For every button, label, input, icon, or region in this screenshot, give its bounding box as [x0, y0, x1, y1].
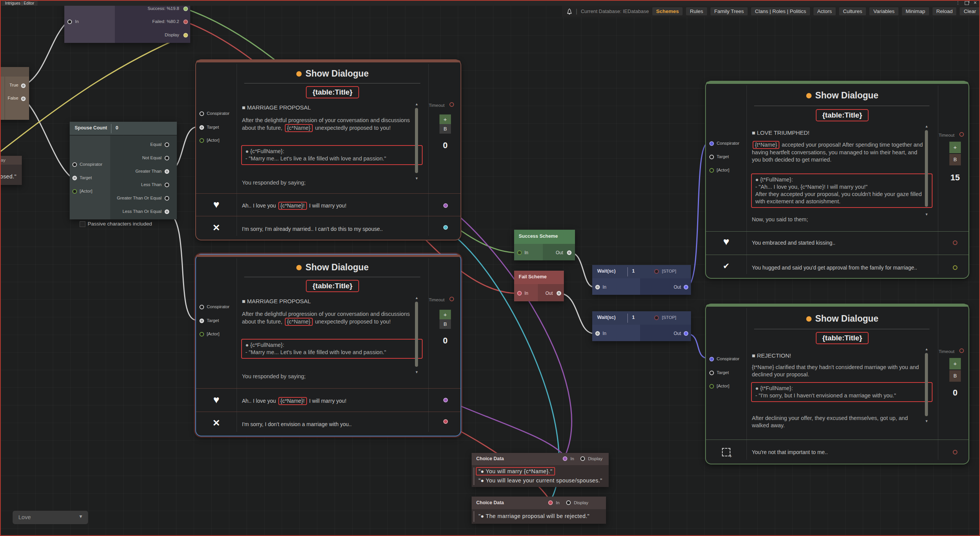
success-scheme-node[interactable]: Success Scheme In Out [514, 230, 575, 260]
clipped-choice-node[interactable]: ay osed." [0, 156, 22, 185]
dialogue-body[interactable]: After the delightful progression of your… [242, 310, 415, 326]
failed-port[interactable] [183, 20, 188, 24]
choice-reject-port[interactable] [443, 419, 448, 424]
scroll-up-icon[interactable]: ▲ [925, 124, 928, 128]
spouse-lte-port[interactable] [165, 209, 169, 214]
timeout-port[interactable] [449, 297, 454, 301]
fail-out-port[interactable] [557, 291, 561, 296]
b-button[interactable]: B [949, 154, 961, 165]
choice-dismiss-port[interactable] [953, 450, 957, 454]
spouse-gte-port[interactable] [165, 196, 169, 201]
table-title-field[interactable]: {table:Title} [237, 86, 428, 98]
show-dialogue-node-4[interactable]: Show Dialogue {table:Title} ■ REJECTION!… [705, 304, 969, 464]
spouse-actor-port[interactable] [72, 189, 77, 194]
display-port[interactable] [183, 33, 188, 38]
conspirator-port[interactable] [199, 111, 204, 116]
dialogue-body[interactable]: {t*Name} clarified that they hadn't cons… [752, 364, 925, 378]
scroll-down-icon[interactable]: ▼ [415, 176, 418, 180]
choice-reject-port[interactable] [443, 225, 448, 230]
add-choice-button[interactable]: + [949, 142, 961, 153]
wait-out-port[interactable] [684, 331, 688, 336]
scrollbar-thumb[interactable] [925, 130, 928, 207]
add-choice-button[interactable]: + [439, 310, 451, 319]
target-port[interactable] [709, 155, 714, 159]
window-close-icon[interactable]: ✕ [973, 0, 977, 5]
choice-love-port[interactable] [443, 398, 448, 402]
choice-data-node-2[interactable]: Choice Data In Display "● The marriage p… [472, 497, 606, 524]
toolbar-button-variables[interactable]: Variables [869, 7, 898, 15]
spouse-greater-than-port[interactable] [165, 169, 169, 174]
stop-port[interactable] [654, 269, 659, 274]
spouse-count-value[interactable]: 0 [116, 125, 118, 131]
tab-intrigues-editor[interactable]: Intrigues | Editor [2, 0, 38, 6]
toolbar-button-cultures[interactable]: Cultures [839, 7, 866, 15]
timeout-value[interactable]: 0 [439, 141, 451, 150]
toolbar-button-clans-roles-politics[interactable]: Clans | Roles | Politics [751, 7, 810, 15]
b-button[interactable]: B [439, 319, 451, 329]
toolbar-button-family-trees[interactable]: Family Trees [710, 7, 748, 15]
scrollbar-thumb[interactable] [925, 353, 928, 416]
window-restore-icon[interactable] [965, 1, 969, 5]
dialogue-body[interactable]: After the delightful progression of your… [242, 117, 415, 132]
target-port[interactable] [709, 371, 714, 375]
scroll-up-icon[interactable]: ▲ [925, 347, 928, 351]
actor-port[interactable] [199, 332, 204, 337]
spouse-target-port[interactable] [72, 176, 77, 180]
scroll-down-icon[interactable]: ▼ [925, 212, 928, 216]
choice-data-node-1[interactable]: Choice Data In Display "● You will marry… [472, 453, 609, 487]
graph-editor-canvas[interactable]: In Success: %19.8 Failed: %80.2 Display … [0, 0, 980, 536]
choice-data-display-port[interactable] [580, 456, 585, 461]
show-dialogue-node-2[interactable]: Show Dialogue {table:Title} ■ MARRIAGE P… [195, 254, 461, 436]
scrollbar-thumb[interactable] [415, 108, 418, 173]
choice-data-display-port[interactable] [566, 500, 571, 505]
choice-data-in-port[interactable] [548, 500, 553, 505]
target-port[interactable] [199, 319, 204, 323]
actor-port[interactable] [199, 138, 204, 143]
table-title-field[interactable]: {table:Title} [746, 332, 938, 344]
condition-node[interactable]: True False [0, 67, 29, 120]
show-dialogue-node-1[interactable]: Show Dialogue {table:Title} ■ MARRIAGE P… [195, 59, 461, 240]
scrollbar-thumb[interactable] [415, 302, 418, 367]
spouse-less-than-port[interactable] [165, 183, 169, 187]
spouse-count-node[interactable]: Spouse Count 0 Conspirator Target [Actor… [70, 122, 177, 219]
dialogue-body[interactable]: {t*Name} accepted your proposal! After s… [752, 141, 925, 163]
add-choice-button[interactable]: + [949, 358, 961, 369]
stop-port[interactable] [654, 315, 659, 320]
table-title-field[interactable]: {table:Title} [237, 280, 428, 292]
passive-characters-checkbox[interactable] [80, 221, 85, 227]
conspirator-port[interactable] [199, 305, 204, 309]
window-menu-icon[interactable]: ⋮ [956, 0, 960, 5]
spouse-equal-port[interactable] [165, 142, 169, 147]
timeout-port[interactable] [449, 102, 454, 107]
success-in-port[interactable] [517, 250, 522, 255]
timeout-value[interactable]: 0 [439, 336, 451, 346]
table-title-field[interactable]: {table:Title} [746, 109, 938, 121]
show-dialogue-node-3[interactable]: Show Dialogue {table:Title} ■ LOVE TRIUM… [705, 81, 969, 279]
success-port[interactable] [183, 7, 188, 11]
toolbar-button-rules[interactable]: Rules [686, 7, 707, 15]
scroll-up-icon[interactable]: ▲ [415, 296, 418, 300]
timeout-port[interactable] [959, 348, 964, 353]
bell-icon[interactable] [567, 8, 572, 15]
conspirator-port[interactable] [709, 357, 714, 361]
actor-port[interactable] [709, 168, 714, 173]
timeout-value[interactable]: 0 [949, 388, 961, 398]
in-port[interactable] [67, 20, 72, 24]
choice-approve-port[interactable] [953, 265, 957, 270]
wait-in-port[interactable] [595, 285, 600, 289]
wait-node-1[interactable]: Wait(sc) 1 [STOP] In Out [592, 265, 691, 295]
conspirator-port[interactable] [709, 141, 714, 146]
scroll-up-icon[interactable]: ▲ [415, 102, 418, 106]
b-button[interactable]: B [949, 370, 961, 382]
wait-node-2[interactable]: Wait(sc) 1 [STOP] In Out [592, 311, 691, 341]
toolbar-button-clear[interactable]: Clear [960, 7, 980, 15]
success-out-port[interactable] [567, 250, 572, 255]
spouse-not-equal-port[interactable] [165, 156, 169, 160]
toolbar-button-reload[interactable]: Reload [933, 7, 957, 15]
scroll-down-icon[interactable]: ▼ [415, 370, 418, 374]
wait-in-port[interactable] [595, 331, 600, 336]
choice-love-port[interactable] [443, 203, 448, 208]
toolbar-button-minimap[interactable]: Minimap [902, 7, 929, 15]
actor-port[interactable] [709, 384, 714, 389]
timeout-port[interactable] [959, 132, 964, 137]
